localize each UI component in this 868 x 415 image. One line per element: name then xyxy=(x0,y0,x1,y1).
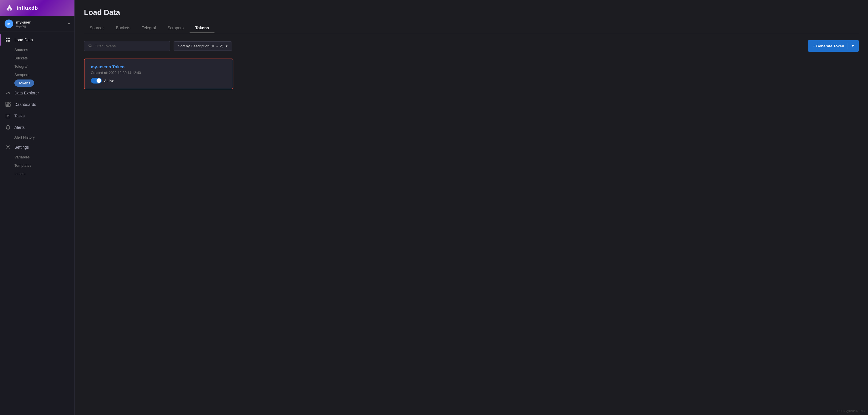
search-input[interactable] xyxy=(95,44,166,48)
user-org: my-org xyxy=(16,24,65,28)
chevron-down-icon: ▾ xyxy=(68,22,70,26)
svg-rect-6 xyxy=(6,102,8,105)
search-box[interactable] xyxy=(84,41,170,51)
svg-rect-5 xyxy=(8,40,10,42)
token-card[interactable]: my-user's Token Created at: 2022-12-30 1… xyxy=(84,59,234,89)
tasks-icon xyxy=(5,113,11,119)
sidebar-item-alert-history[interactable]: Alert History xyxy=(14,133,74,141)
sidebar-item-tokens[interactable]: Tokens xyxy=(14,79,34,87)
svg-point-13 xyxy=(7,146,9,148)
tab-scrapers[interactable]: Scrapers xyxy=(162,23,189,33)
tab-buckets[interactable]: Buckets xyxy=(110,23,136,33)
explorer-icon xyxy=(5,90,11,96)
settings-icon xyxy=(5,144,11,150)
sidebar-item-settings[interactable]: Settings xyxy=(0,141,74,153)
generate-token-button[interactable]: + Generate Token ▾ xyxy=(808,40,859,51)
sort-label: Sort by Description (A → Z) xyxy=(178,44,223,48)
sidebar-item-label-settings: Settings xyxy=(14,145,29,149)
token-status: Active xyxy=(91,78,226,83)
alerts-subitems: Alert History xyxy=(0,133,74,141)
svg-rect-8 xyxy=(8,104,10,106)
page-title: Load Data xyxy=(84,8,859,17)
sidebar-item-label-tasks: Tasks xyxy=(14,114,25,118)
sidebar: influxdb M my-user my-org ▾ Load Data xyxy=(0,0,75,415)
token-name: my-user's Token xyxy=(91,64,226,69)
sidebar-item-sources[interactable]: Sources xyxy=(14,46,74,54)
main-header: Load Data Sources Buckets Telegraf Scrap… xyxy=(75,0,868,33)
search-icon xyxy=(88,44,92,48)
status-label: Active xyxy=(104,79,114,83)
sidebar-item-templates[interactable]: Templates xyxy=(14,161,74,170)
sidebar-item-data-explorer[interactable]: Data Explorer xyxy=(0,87,74,99)
influxdb-logo-icon xyxy=(5,4,14,12)
sidebar-item-buckets[interactable]: Buckets xyxy=(14,54,74,62)
sidebar-item-alerts[interactable]: Alerts xyxy=(0,122,74,133)
bell-icon xyxy=(5,125,11,130)
logo-area: influxdb xyxy=(0,0,74,16)
sidebar-item-load-data[interactable]: Load Data xyxy=(0,34,74,46)
svg-rect-7 xyxy=(8,102,10,103)
svg-rect-2 xyxy=(6,38,7,39)
watermark: CSDN @usually1993 xyxy=(837,410,865,413)
sidebar-item-labels[interactable]: Labels xyxy=(14,170,74,178)
sidebar-item-dashboards[interactable]: Dashboards xyxy=(0,99,74,110)
load-data-subitems: Sources Buckets Telegraf Scrapers Tokens xyxy=(0,46,74,87)
logo-text: influxdb xyxy=(17,5,38,11)
sidebar-item-label-data-explorer: Data Explorer xyxy=(14,91,39,95)
tokens-list: my-user's Token Created at: 2022-12-30 1… xyxy=(84,59,859,89)
grid-icon xyxy=(5,37,11,43)
toolbar: Sort by Description (A → Z) ▾ + Generate… xyxy=(84,40,859,51)
sidebar-item-variables[interactable]: Variables xyxy=(14,153,74,161)
settings-subitems: Variables Templates Labels xyxy=(0,153,74,178)
active-toggle[interactable] xyxy=(91,78,102,83)
sidebar-item-label-load-data: Load Data xyxy=(14,38,33,42)
svg-line-15 xyxy=(91,46,92,47)
sidebar-item-tasks[interactable]: Tasks xyxy=(0,110,74,122)
sidebar-item-label-dashboards: Dashboards xyxy=(14,102,36,107)
user-section[interactable]: M my-user my-org ▾ xyxy=(0,16,74,32)
tab-sources[interactable]: Sources xyxy=(84,23,110,33)
svg-rect-9 xyxy=(6,105,8,106)
tabs-bar: Sources Buckets Telegraf Scrapers Tokens xyxy=(84,23,859,33)
dropdown-arrow-icon[interactable]: ▾ xyxy=(851,44,854,48)
sidebar-item-scrapers[interactable]: Scrapers xyxy=(14,71,74,79)
chevron-down-icon: ▾ xyxy=(226,44,228,48)
button-divider xyxy=(847,43,848,49)
user-name: my-user xyxy=(16,20,65,24)
svg-rect-4 xyxy=(6,40,7,42)
user-info: my-user my-org xyxy=(16,20,65,28)
tab-telegraf[interactable]: Telegraf xyxy=(136,23,162,33)
svg-rect-3 xyxy=(8,38,10,39)
main-content: Load Data Sources Buckets Telegraf Scrap… xyxy=(75,0,868,415)
svg-rect-10 xyxy=(6,114,10,118)
avatar: M xyxy=(5,20,13,28)
sidebar-item-telegraf[interactable]: Telegraf xyxy=(14,62,74,71)
generate-token-label: + Generate Token xyxy=(813,44,844,48)
main-body: Sort by Description (A → Z) ▾ + Generate… xyxy=(75,33,868,415)
dashboards-icon xyxy=(5,102,11,107)
nav-section: Load Data Sources Buckets Telegraf Scrap… xyxy=(0,32,74,180)
sidebar-item-label-alerts: Alerts xyxy=(14,125,25,130)
tab-tokens[interactable]: Tokens xyxy=(189,23,215,33)
token-created-at: Created at: 2022-12-30 14:12:40 xyxy=(91,71,226,75)
sort-dropdown[interactable]: Sort by Description (A → Z) ▾ xyxy=(174,41,232,51)
